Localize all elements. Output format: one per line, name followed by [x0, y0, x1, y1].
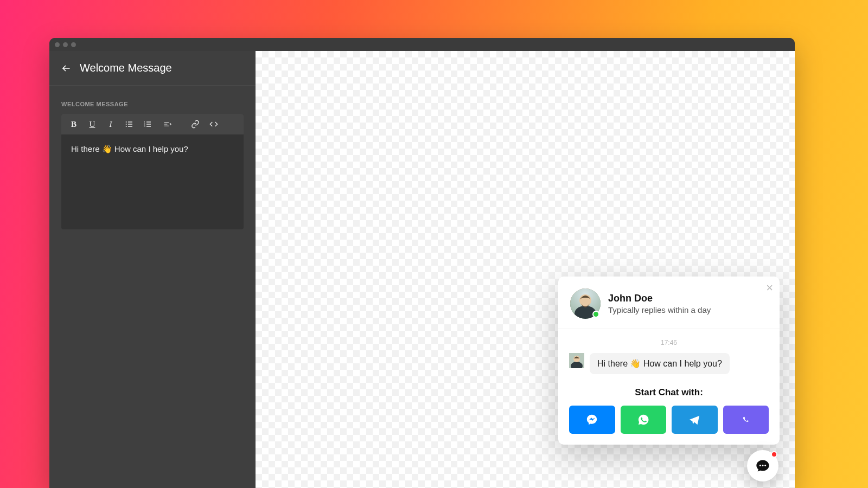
chat-header: John Doe Typically replies within a day [558, 277, 780, 329]
underline-button[interactable]: U [83, 116, 101, 132]
sidebar-header: Welcome Message [49, 51, 256, 86]
message-bubble: Hi there 👋 How can I help you? [590, 353, 730, 374]
channel-buttons [569, 406, 769, 434]
link-button[interactable] [186, 116, 205, 132]
start-chat-label: Start Chat with: [569, 387, 769, 398]
window-titlebar [49, 38, 795, 51]
whatsapp-icon [637, 414, 649, 426]
align-button[interactable] [157, 116, 178, 132]
app-window: Welcome Message WELCOME MESSAGE B U I [49, 38, 795, 488]
telegram-button[interactable] [672, 406, 718, 434]
code-button[interactable] [205, 116, 223, 132]
presence-dot [592, 311, 599, 318]
window-dot-2 [63, 42, 68, 47]
chat-icon [755, 458, 770, 473]
mini-avatar [569, 353, 584, 368]
telegram-icon [688, 414, 700, 426]
rich-text-editor: B U I 123 [61, 114, 244, 229]
svg-point-5 [126, 126, 127, 127]
editor-toolbar: B U I 123 [61, 114, 244, 134]
bold-button[interactable]: B [65, 116, 83, 132]
italic-button[interactable]: I [101, 116, 120, 132]
section-label: WELCOME MESSAGE [61, 101, 244, 107]
message-row: Hi there 👋 How can I help you? [569, 353, 769, 374]
svg-point-1 [126, 121, 127, 123]
window-dot-3 [71, 42, 76, 47]
bullet-list-button[interactable] [120, 116, 138, 132]
message-input[interactable]: Hi there 👋 How can I help you? [61, 134, 244, 229]
agent-avatar [570, 288, 601, 319]
svg-text:3: 3 [144, 125, 145, 127]
svg-point-3 [126, 124, 127, 125]
message-timestamp: 17:46 [569, 339, 769, 346]
chat-widget: × [558, 277, 780, 445]
sidebar: Welcome Message WELCOME MESSAGE B U I [49, 51, 256, 488]
viber-button[interactable] [723, 406, 769, 434]
notification-dot [771, 451, 777, 458]
page-title: Welcome Message [80, 62, 172, 74]
whatsapp-button[interactable] [621, 406, 667, 434]
back-arrow-icon[interactable] [61, 63, 71, 73]
chat-launcher-button[interactable] [747, 450, 778, 481]
messenger-icon [586, 414, 598, 426]
reply-time-text: Typically replies within a day [608, 305, 711, 314]
viber-icon [740, 414, 752, 426]
close-icon[interactable]: × [766, 282, 773, 294]
preview-canvas: × [256, 51, 795, 488]
window-dot-1 [55, 42, 60, 47]
messenger-button[interactable] [569, 406, 615, 434]
numbered-list-button[interactable]: 123 [138, 116, 157, 132]
agent-name: John Doe [608, 293, 711, 304]
